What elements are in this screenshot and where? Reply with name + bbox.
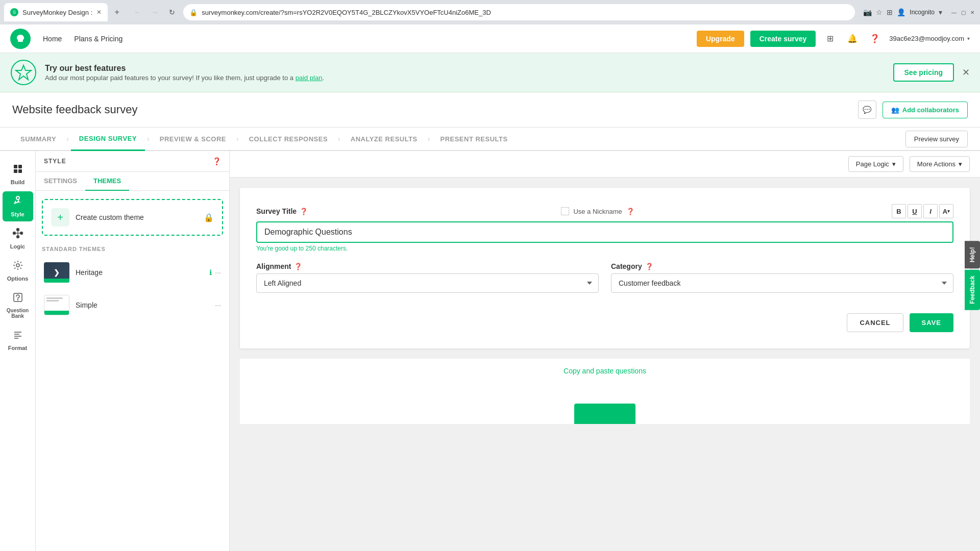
tab-present-results[interactable]: PRESENT RESULTS: [432, 128, 516, 150]
create-custom-theme-button[interactable]: + Create custom theme 🔒: [42, 199, 223, 236]
align-button[interactable]: A ▾: [939, 204, 953, 218]
nav-plans-link[interactable]: Plans & Pricing: [74, 35, 122, 43]
sidebar-toggle-icon[interactable]: ⊞: [887, 8, 893, 16]
tab-analyze-results[interactable]: ANALYZE RESULTS: [342, 128, 426, 150]
camera-icon[interactable]: 📷: [863, 8, 872, 16]
browser-tab[interactable]: S SurveyMonkey Design : ✕: [4, 3, 108, 21]
create-custom-icon: +: [51, 208, 69, 227]
category-select[interactable]: Customer feedback Employee feedback Mark…: [611, 273, 953, 293]
nickname-help-icon[interactable]: ❓: [626, 208, 634, 215]
comment-button[interactable]: 💬: [858, 101, 876, 119]
paid-plan-link[interactable]: paid plan: [296, 74, 323, 82]
sidebar-item-build[interactable]: Build: [3, 159, 33, 189]
collaborators-icon: 👥: [891, 106, 899, 114]
sidebar-item-options[interactable]: Options: [3, 256, 33, 286]
feedback-tab[interactable]: Feedback: [965, 269, 980, 310]
tab-design-survey[interactable]: DESIGN SURVEY: [71, 128, 145, 151]
simple-more-button[interactable]: ···: [215, 301, 221, 309]
build-icon: [12, 163, 23, 177]
question-bank-icon: [12, 292, 23, 306]
alignment-select[interactable]: Left Aligned Center Aligned Right Aligne…: [256, 273, 599, 293]
tab-close-button[interactable]: ✕: [96, 9, 102, 16]
logic-icon: [12, 228, 23, 241]
simple-theme-name: Simple: [76, 301, 209, 309]
options-icon: [12, 260, 23, 273]
banner-close-button[interactable]: ✕: [962, 67, 970, 78]
add-collaborators-button[interactable]: 👥 Add collaborators: [883, 102, 968, 118]
survey-header-actions: 💬 👥 Add collaborators: [858, 101, 968, 119]
banner-actions: See pricing ✕: [893, 63, 970, 82]
app-logo[interactable]: [10, 29, 31, 49]
more-actions-button[interactable]: More Actions ▾: [910, 156, 970, 172]
back-button[interactable]: ←: [130, 5, 144, 19]
nav-arrow-1: ›: [66, 135, 69, 143]
address-bar[interactable]: 🔒 surveymonkey.com/create/?sm=rsYO2R2V0E…: [183, 4, 855, 20]
category-help-icon[interactable]: ❓: [645, 263, 653, 270]
format-label: Format: [8, 345, 27, 351]
star-icon[interactable]: ☆: [876, 8, 883, 16]
add-question-button[interactable]: [574, 404, 635, 424]
help-tab[interactable]: Help!: [965, 241, 980, 268]
heritage-info-icon[interactable]: ℹ: [209, 268, 212, 277]
nav-arrow-5: ›: [428, 135, 430, 143]
new-tab-button[interactable]: +: [110, 5, 124, 19]
maximize-button[interactable]: ▢: [960, 9, 967, 16]
nav-home-link[interactable]: Home: [43, 35, 62, 43]
copy-paste-questions-link[interactable]: Copy and paste questions: [240, 359, 970, 383]
forward-button[interactable]: →: [148, 5, 162, 19]
sidebar-tab-settings[interactable]: SETTINGS: [36, 172, 85, 190]
theme-simple[interactable]: Simple ···: [42, 291, 223, 319]
notifications-icon[interactable]: 🔔: [844, 31, 861, 47]
italic-button[interactable]: I: [923, 204, 938, 218]
heritage-more-button[interactable]: ···: [215, 268, 221, 277]
minimize-button[interactable]: —: [950, 9, 958, 16]
nav-tabs: SUMMARY › DESIGN SURVEY › PREVIEW & SCOR…: [0, 128, 980, 151]
sidebar-item-logic[interactable]: Logic: [3, 223, 33, 254]
apps-icon[interactable]: ⊞: [822, 31, 838, 47]
upgrade-button[interactable]: Upgrade: [697, 31, 744, 47]
alignment-help-icon[interactable]: ❓: [294, 263, 302, 270]
style-icon: [12, 195, 23, 209]
survey-title-input[interactable]: [256, 221, 953, 243]
underline-button[interactable]: U: [908, 204, 922, 218]
style-help-icon[interactable]: ❓: [212, 157, 221, 165]
user-menu[interactable]: 39ac6e23@moodjoy.com ▾: [889, 35, 970, 42]
svg-point-7: [13, 232, 15, 235]
sidebar-item-format[interactable]: Format: [3, 325, 33, 355]
svg-point-0: [11, 60, 36, 85]
create-survey-button[interactable]: Create survey: [750, 31, 816, 47]
bold-button[interactable]: B: [892, 204, 906, 218]
category-label: Category ❓: [611, 262, 953, 270]
browser-chrome: S SurveyMonkey Design : ✕ + ← → ↻ 🔒 surv…: [0, 0, 980, 24]
svg-marker-1: [16, 65, 31, 80]
content-area: Page Logic ▾ More Actions ▾ Survey Title…: [230, 151, 980, 551]
preview-survey-button[interactable]: Preview survey: [905, 131, 968, 147]
tab-preview-score[interactable]: PREVIEW & SCORE: [152, 128, 234, 150]
banner-text: Try our best features Add our most popul…: [45, 64, 324, 82]
close-window-button[interactable]: ✕: [969, 9, 976, 16]
help-icon[interactable]: ❓: [867, 31, 883, 47]
save-button[interactable]: SAVE: [910, 313, 953, 332]
style-label: Style: [11, 211, 24, 217]
tab-title: SurveyMonkey Design :: [22, 9, 92, 16]
alignment-label: Alignment ❓: [256, 262, 599, 270]
tab-summary[interactable]: SUMMARY: [12, 128, 64, 150]
banner-heading: Try our best features: [45, 64, 324, 73]
page-logic-button[interactable]: Page Logic ▾: [848, 156, 903, 172]
theme-heritage[interactable]: ❯ Heritage ℹ ···: [42, 258, 223, 287]
reload-button[interactable]: ↻: [165, 5, 179, 19]
nickname-checkbox[interactable]: [561, 207, 569, 215]
profile-icon[interactable]: 👤: [897, 8, 905, 16]
banner-description: Add our most popular paid features to yo…: [45, 74, 324, 82]
see-pricing-button[interactable]: See pricing: [893, 63, 954, 82]
tab-collect-responses[interactable]: COLLECT RESPONSES: [241, 128, 336, 150]
title-help-icon[interactable]: ❓: [300, 208, 308, 215]
options-label: Options: [7, 276, 29, 282]
sidebar-tab-themes[interactable]: THEMES: [85, 172, 129, 191]
chevron-down-icon[interactable]: ▾: [939, 8, 942, 16]
build-label: Build: [11, 179, 25, 185]
svg-rect-4: [14, 169, 17, 173]
sidebar-item-question-bank[interactable]: Question Bank: [3, 288, 33, 323]
sidebar-item-style[interactable]: Style: [3, 191, 33, 221]
cancel-button[interactable]: CANCEL: [847, 313, 903, 332]
